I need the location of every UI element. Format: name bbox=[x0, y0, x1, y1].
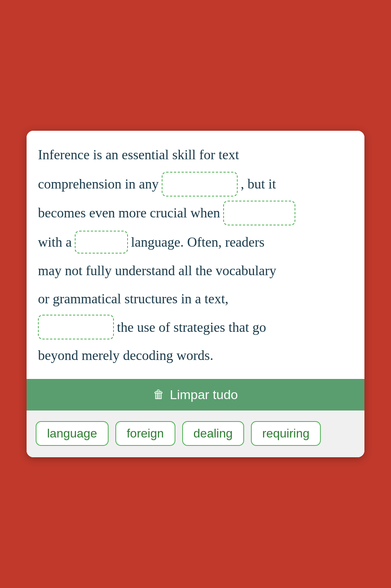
line3-row: becomes even more crucial when bbox=[38, 200, 353, 226]
trash-icon: 🗑 bbox=[153, 388, 164, 401]
blank-1[interactable] bbox=[162, 172, 238, 197]
word-chip-foreign[interactable]: foreign bbox=[115, 421, 175, 446]
blank-2[interactable] bbox=[223, 201, 295, 225]
word-chip-dealing[interactable]: dealing bbox=[182, 421, 244, 446]
line2-block: comprehension in any , but it bbox=[38, 171, 353, 197]
line7-post-text: the use of strategies that go bbox=[117, 315, 266, 340]
line7-row: the use of strategies that go bbox=[38, 315, 353, 340]
line3-pre-text: becomes even more crucial when bbox=[38, 200, 220, 226]
text-area: Inference is an essential skill for text… bbox=[27, 131, 364, 379]
blank-3[interactable] bbox=[75, 231, 128, 254]
line4-pre-text: with a bbox=[38, 230, 72, 255]
clear-label: Limpar tudo bbox=[170, 387, 238, 402]
line5-text: may not fully understand all the vocabul… bbox=[38, 263, 276, 278]
line6-block: or grammatical structures in a text, bbox=[38, 286, 353, 312]
line2-pre-text: comprehension in any bbox=[38, 171, 159, 197]
line8-text: beyond merely decoding words. bbox=[38, 348, 213, 363]
line1-text: Inference is an essential skill for text bbox=[38, 147, 239, 162]
word-chip-language[interactable]: language bbox=[36, 421, 109, 446]
line5-block: may not fully understand all the vocabul… bbox=[38, 258, 353, 284]
line4-post-text: language. Often, readers bbox=[131, 230, 265, 255]
word-chip-requiring[interactable]: requiring bbox=[251, 421, 321, 446]
line4-block: with a language. Often, readers bbox=[38, 230, 353, 255]
word-bank: language foreign dealing requiring bbox=[27, 410, 364, 457]
line6-text: or grammatical structures in a text, bbox=[38, 291, 229, 306]
line2-post-text: , but it bbox=[241, 171, 276, 197]
line8-block: beyond merely decoding words. bbox=[38, 343, 353, 368]
line7-block: the use of strategies that go bbox=[38, 315, 353, 340]
line3-block: becomes even more crucial when bbox=[38, 200, 353, 226]
clear-all-button[interactable]: 🗑 Limpar tudo bbox=[27, 379, 364, 410]
blank-4[interactable] bbox=[38, 315, 114, 339]
line4-row: with a language. Often, readers bbox=[38, 230, 353, 255]
main-card: Inference is an essential skill for text… bbox=[27, 131, 364, 457]
line1-block: Inference is an essential skill for text bbox=[38, 142, 353, 168]
line2-row: comprehension in any , but it bbox=[38, 171, 353, 197]
